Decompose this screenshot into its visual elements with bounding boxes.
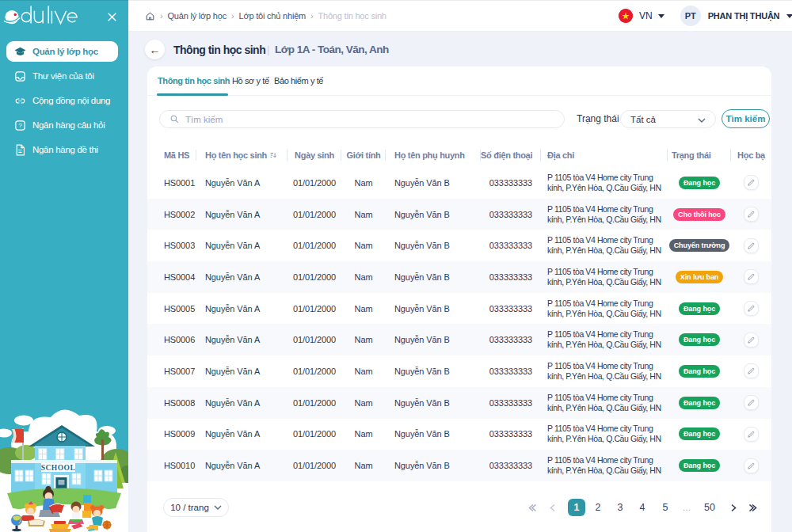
svg-text:?: ? (18, 122, 22, 129)
svg-text:SCHOOL: SCHOOL (41, 464, 76, 472)
